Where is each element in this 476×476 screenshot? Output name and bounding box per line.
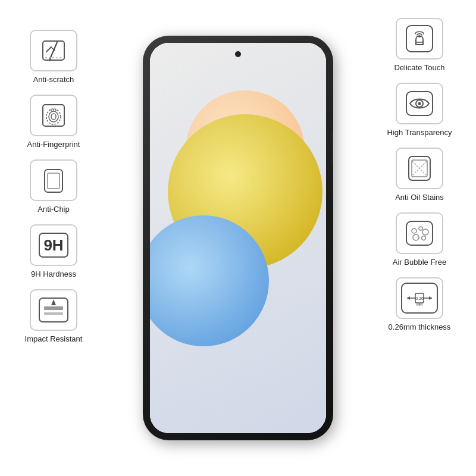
feature-9h-hardness: 9H 9H Hardness [30,224,77,278]
right-features-column: Delicate Touch High Transparency [369,18,470,331]
touch-icon [403,22,436,55]
svg-point-32 [412,228,416,233]
phone-screen-inner [150,43,326,433]
svg-line-1 [46,47,51,52]
feature-anti-chip: Anti-Chip [30,159,77,214]
thickness-label: 0.26mm thickness [389,322,451,331]
svg-text:9H: 9H [43,236,63,254]
anti-oil-label: Anti Oil Stains [395,193,444,202]
svg-rect-18 [44,306,63,310]
anti-fingerprint-icon-box [30,95,77,136]
impact-icon-box [30,289,77,331]
svg-rect-19 [44,312,63,315]
air-bubble-icon-box [396,212,443,254]
bubbles-icon [403,218,436,249]
phone-screen [150,43,326,433]
scratch-icon [38,36,69,65]
9h-icon-box: 9H [30,224,77,266]
anti-fingerprint-label: Anti-Fingerprint [27,140,80,149]
eye-icon [403,88,436,119]
phone-side-button [333,131,333,167]
air-bubble-free-label: Air Bubble Free [393,258,446,267]
feature-anti-oil-stains: Anti Oil Stains [395,148,444,202]
chip-icon [39,165,68,196]
delicate-touch-label: Delicate Touch [394,63,444,72]
svg-rect-21 [406,26,433,52]
feature-delicate-touch: Delicate Touch [394,18,444,72]
svg-point-36 [421,236,425,240]
svg-text:MM: MM [416,303,422,306]
svg-point-8 [49,111,58,122]
svg-marker-41 [429,296,432,300]
phone-shield-icon [404,153,435,184]
camera-dot [235,51,241,57]
svg-point-7 [51,114,56,120]
delicate-touch-icon-box [396,18,443,60]
impact-icon [36,295,71,325]
anti-chip-label: Anti-Chip [37,205,69,214]
feature-impact-resistant: Impact Resistant [25,289,83,343]
impact-resistant-label: Impact Resistant [25,334,83,343]
high-transparency-label: High Transparency [387,128,452,137]
anti-scratch-label: Anti-scratch [33,75,74,84]
main-container: Anti-scratch Anti-Fingerprint [0,0,476,476]
svg-line-3 [50,42,57,59]
feature-air-bubble-free: Air Bubble Free [393,212,446,267]
left-features-column: Anti-scratch Anti-Fingerprint [6,30,101,343]
9h-hardness-label: 9H Hardness [31,270,76,278]
feature-high-transparency: High Transparency [387,83,452,137]
anti-chip-icon-box [30,159,77,201]
svg-rect-14 [48,173,60,189]
anti-scratch-icon-box [30,30,77,71]
svg-rect-31 [406,221,433,245]
high-transparency-icon-box [396,83,443,124]
svg-point-34 [422,229,428,235]
phone-outer-body [143,36,333,440]
svg-marker-39 [407,296,410,300]
thickness-icon-box: 0.26 MM [396,277,443,319]
thickness-icon: 0.26 MM [399,280,440,316]
svg-marker-20 [51,299,56,305]
svg-point-26 [418,102,421,105]
fingerprint-icon [38,100,69,131]
svg-point-35 [413,234,419,240]
svg-point-33 [419,227,422,230]
phone-mockup [143,36,333,440]
9h-icon: 9H [36,230,71,261]
feature-anti-fingerprint: Anti-Fingerprint [27,95,80,149]
feature-thickness: 0.26 MM 0.26mm thickness [389,277,451,331]
svg-text:0.26: 0.26 [415,296,424,300]
anti-oil-icon-box [396,148,443,189]
feature-anti-scratch: Anti-scratch [30,30,77,84]
